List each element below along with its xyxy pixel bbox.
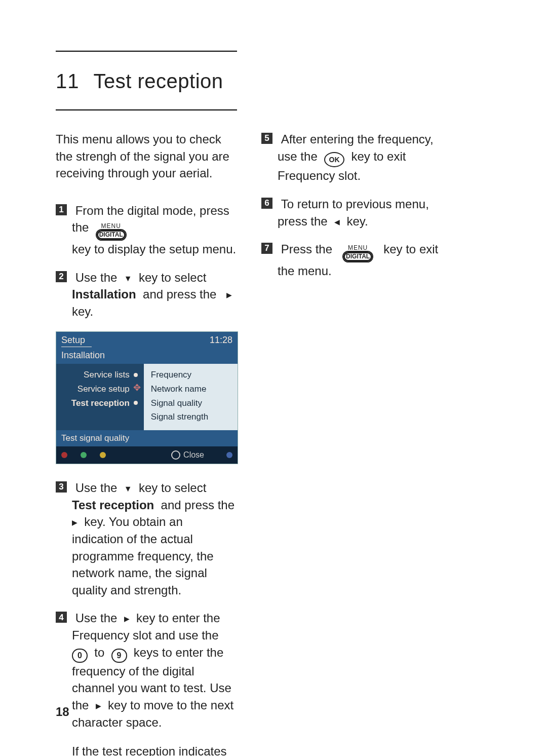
red-led-icon: [61, 452, 67, 458]
menu-item-active: Test reception: [60, 396, 140, 410]
ok-key-icon: OK: [324, 152, 344, 167]
menu-field: Frequency: [151, 368, 233, 382]
onscreen-menu: Setup 11:28 Installation Service lists S…: [56, 331, 238, 465]
menu-footer: Test signal quality: [56, 430, 238, 446]
step-bullet: 6: [261, 198, 272, 209]
step-4: 4 Use the key to enter the Frequency slo…: [56, 610, 237, 731]
step-bullet: 2: [56, 271, 67, 282]
text: to: [91, 646, 108, 659]
menu-digital-button-icon: MENU DIGITAL: [96, 223, 127, 241]
text: key.: [343, 214, 368, 228]
step-bullet: 4: [56, 612, 67, 623]
right-arrow-icon: [96, 698, 101, 712]
menu-right-pane: Frequency Network name Signal quality Si…: [144, 364, 238, 430]
step-6: 6 To return to previous menu, press the …: [261, 196, 443, 230]
step-5: 5 After entering the frequency, use the …: [261, 131, 443, 184]
right-arrow-icon: [124, 611, 130, 625]
manual-page: 11 Test reception This menu allows you t…: [56, 51, 496, 756]
menu-field: Signal quality: [151, 396, 233, 410]
right-arrow-icon: [226, 287, 232, 301]
text: Use the: [72, 611, 121, 625]
step-bullet: 1: [56, 204, 67, 215]
step-bullet: 5: [261, 133, 272, 144]
step-7: 7 Press the MENU DIGITAL key to exit the…: [261, 241, 443, 279]
ring-icon: [171, 450, 180, 460]
step-1: 1 From the digital mode, press the MENU …: [56, 202, 237, 258]
down-arrow-icon: [124, 481, 132, 495]
green-led-icon: [81, 452, 87, 458]
menu-left-pane: Service lists Service setup Test recepti…: [56, 364, 144, 430]
step-2: 2 Use the key to select Installation and…: [56, 269, 237, 320]
text: key to display the setup menu.: [72, 242, 236, 256]
menu-field: Network name: [151, 382, 233, 396]
blue-led-icon: [226, 452, 232, 458]
bold-term: Installation: [72, 287, 136, 301]
left-column: This menu allows you to check the streng…: [56, 131, 237, 756]
section-heading: 11 Test reception: [56, 52, 496, 109]
section-title: Test reception: [94, 67, 223, 95]
text: key. You obtain an indication of the act…: [72, 515, 217, 596]
right-arrow-icon: [72, 515, 77, 528]
step-bullet: 7: [261, 243, 272, 254]
step-3: 3 Use the key to select Test reception a…: [56, 479, 237, 598]
text: Use the: [72, 481, 121, 495]
menu-title: Setup: [61, 334, 92, 347]
digit-0-key-icon: 0: [72, 649, 88, 663]
text: key to select: [135, 271, 210, 284]
advice-paragraph: If the test reception indicates that the…: [72, 743, 237, 756]
left-arrow-icon: [334, 214, 340, 228]
menu-item: Service setup: [60, 382, 140, 396]
text: and press the: [139, 287, 223, 301]
menu-digital-button-icon: MENU DIGITAL: [342, 245, 373, 262]
menu-button-row: Close: [56, 446, 238, 464]
menu-field: Signal strength: [151, 410, 233, 424]
text: Press the: [278, 242, 339, 256]
section-number: 11: [56, 67, 80, 95]
rule-bottom: [56, 109, 237, 110]
menu-subtitle: Installation: [56, 349, 238, 364]
intro-text: This menu allows you to check the streng…: [56, 131, 237, 182]
text: and press the: [158, 498, 238, 512]
close-hint: Close: [171, 449, 204, 461]
menu-time: 11:28: [210, 334, 232, 347]
text: Use the: [72, 271, 121, 284]
page-number: 18: [56, 703, 69, 721]
yellow-led-icon: [100, 452, 106, 458]
menu-header: Setup 11:28: [56, 332, 238, 349]
down-arrow-icon: [124, 271, 132, 284]
text: key to select: [135, 481, 210, 495]
digit-9-key-icon: 9: [111, 649, 127, 663]
menu-item: Service lists: [60, 368, 140, 382]
close-label: Close: [183, 449, 204, 461]
bold-term: Test reception: [72, 498, 154, 512]
step-bullet: 3: [56, 481, 67, 493]
right-column: 5 After entering the frequency, use the …: [261, 131, 443, 756]
